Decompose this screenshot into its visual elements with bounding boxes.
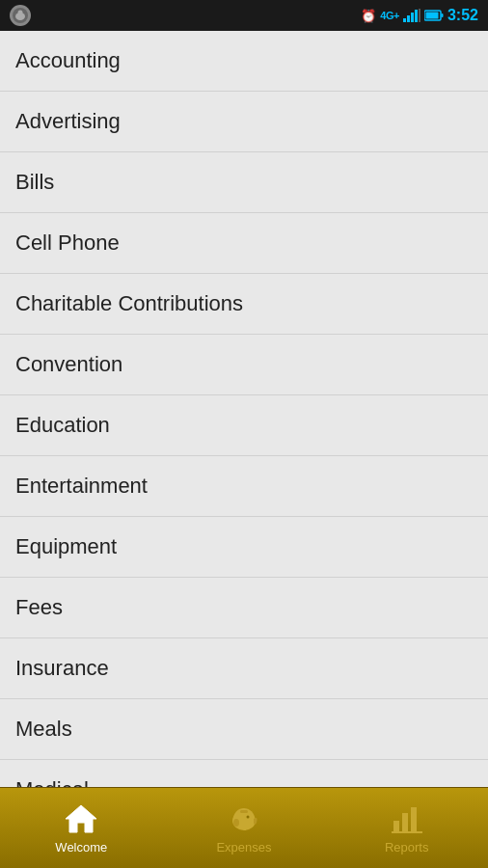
list-item-text: Charitable Contributions [15,291,243,316]
list-item-text: Meals [15,717,72,742]
list-item-text: Accounting [15,48,121,73]
svg-rect-7 [419,9,420,22]
list-item[interactable]: Insurance [0,638,488,699]
list-item-text: Fees [15,595,63,620]
list-item[interactable]: Bills [0,152,488,213]
svg-rect-19 [411,807,417,832]
list-item-text: Insurance [15,656,109,681]
svg-point-15 [247,816,250,819]
svg-rect-18 [402,813,408,832]
list-item[interactable]: Equipment [0,517,488,578]
list-item-text: Medical [15,777,89,787]
list-item-text: Cell Phone [15,231,120,256]
svg-point-14 [233,819,239,827]
list-item[interactable]: Education [0,395,488,456]
svg-rect-16 [240,810,248,813]
svg-rect-4 [407,15,410,22]
svg-point-2 [18,11,23,15]
nav-label-welcome: Welcome [55,840,107,854]
list-item[interactable]: Charitable Contributions [0,274,488,335]
svg-rect-3 [403,18,406,22]
list-item[interactable]: Entertainment [0,456,488,517]
svg-rect-10 [425,13,438,19]
list-item-text: Advertising [15,109,121,134]
list-item-text: Entertainment [15,474,148,499]
list-item[interactable]: Fees [0,578,488,638]
alarm-icon: ⏰ [361,9,376,23]
category-list: AccountingAdvertisingBillsCell PhoneChar… [0,31,488,787]
app-icon [10,5,31,26]
list-item-text: Convention [15,352,122,377]
piggy-bank-icon [227,801,261,836]
list-item[interactable]: Advertising [0,92,488,152]
list-item-text: Equipment [15,534,117,559]
nav-label-expenses: Expenses [216,840,271,854]
list-item[interactable]: Accounting [0,31,488,92]
list-item[interactable]: Meals [0,699,488,760]
list-item-text: Education [15,413,110,438]
list-item[interactable]: Medical [0,760,488,787]
list-item-text: Bills [15,170,54,195]
list-item[interactable]: Cell Phone [0,213,488,274]
svg-rect-6 [415,10,418,22]
status-bar-right: ⏰ 4G+ 3:52 [361,7,478,24]
battery-icon [424,10,444,21]
status-bar-left [10,5,31,26]
nav-item-welcome[interactable]: Welcome [0,788,163,868]
nav-label-reports: Reports [385,840,429,854]
time-display: 3:52 [447,7,478,24]
svg-rect-9 [441,14,443,17]
list-item[interactable]: Convention [0,335,488,395]
nav-item-reports[interactable]: Reports [325,788,488,868]
signal-icon [403,9,420,22]
status-bar: ⏰ 4G+ 3:52 [0,0,488,31]
bottom-nav: Welcome Expenses Reports [0,787,488,868]
home-icon [64,801,98,836]
nav-item-expenses[interactable]: Expenses [163,788,326,868]
bar-chart-icon [390,801,424,836]
svg-rect-5 [411,13,414,22]
svg-rect-17 [393,821,399,832]
network-badge: 4G+ [380,10,399,21]
svg-marker-11 [66,805,96,832]
